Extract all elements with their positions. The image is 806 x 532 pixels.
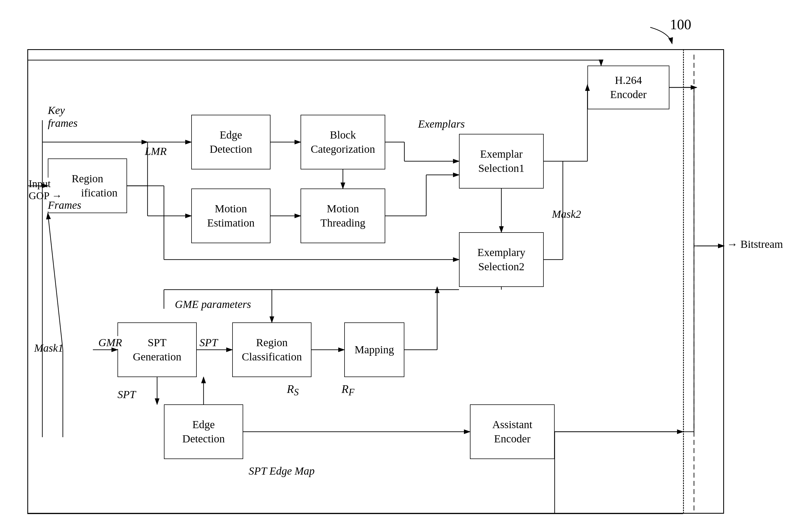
block-categorization-block: BlockCategorization [301,115,385,169]
gme-parameters-label: GME parameters [175,298,251,311]
input-gop-label: InputGOP → [29,177,62,202]
spt-2-label: SPT [117,388,136,401]
rf-label: RF [342,382,354,398]
mask2-label: Mask2 [552,208,581,221]
bitstream-label: → Bitstream [727,238,783,250]
diagram: 100 H.264Encoder EdgeDetection BlockCate… [0,0,806,532]
mapping-block: Mapping [344,322,404,377]
exemplary-selection2-block: ExemplarySelection2 [459,232,544,287]
dashed-line [683,49,684,514]
figure-number: 100 [670,16,691,33]
region-classification-2-block: RegionClassification [232,322,311,377]
motion-estimation-block: MotionEstimation [191,189,270,243]
key-frames-label: Keyframes [48,104,78,130]
spt-1-label: SPT [199,336,218,349]
exemplar-selection1-block: ExemplarSelection1 [459,134,544,189]
edge-detection-2-block: EdgeDetection [164,404,243,459]
lmr-label: LMR [145,145,167,158]
exemplars-label: Exemplars [418,117,465,130]
h264-encoder-block: H.264Encoder [588,65,669,109]
edge-detection-1-block: EdgeDetection [191,115,270,169]
gmr-label: GMR [98,336,122,349]
spt-generation-block: SPTGeneration [117,322,197,377]
spt-edge-map-label: SPT Edge Map [249,464,314,477]
assistant-encoder-block: AssistantEncoder [470,404,555,459]
mask1-label: Mask1 [34,342,63,355]
rs-label: RS [287,382,299,398]
motion-threading-block: MotionThreading [301,189,385,243]
